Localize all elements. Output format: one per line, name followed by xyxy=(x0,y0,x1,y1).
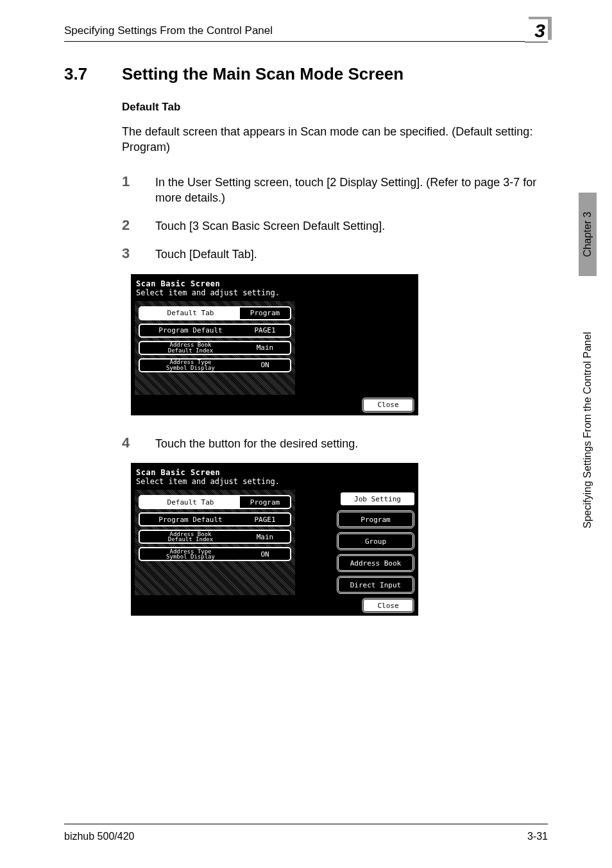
row-value: Program xyxy=(240,495,291,509)
row-label-line2: Default Index xyxy=(168,347,213,354)
row-label-line2: Default Index xyxy=(168,536,213,542)
device-screen-1: Scan Basic Screen Select item and adjust… xyxy=(131,274,418,415)
side-tab-section: Specifying Settings From the Control Pan… xyxy=(579,282,597,578)
row-label: Address Book Default Index xyxy=(139,341,242,355)
footer-right: 3-31 xyxy=(527,831,548,842)
row-address-type-symbol-display[interactable]: Address Type Symbol Display ON xyxy=(139,547,291,561)
section-heading: 3.7 Setting the Main Scan Mode Screen xyxy=(64,64,548,84)
row-label: Address Type Symbol Display xyxy=(139,547,242,561)
step-2: 2 Touch [3 Scan Basic Screen Default Set… xyxy=(122,217,548,234)
step-number: 2 xyxy=(122,217,139,234)
side-btn-address-book[interactable]: Address Book xyxy=(337,554,414,572)
row-label-line2: Symbol Display xyxy=(166,365,215,371)
row-address-book-default-index[interactable]: Address Book Default Index Main xyxy=(139,530,291,544)
step-text: Touch the button for the desired setting… xyxy=(155,436,358,451)
step-1: 1 In the User Setting screen, touch [2 D… xyxy=(122,173,548,206)
running-header-text: Specifying Settings From the Control Pan… xyxy=(64,24,273,37)
side-btn-group[interactable]: Group xyxy=(337,532,414,550)
row-value: Main xyxy=(240,530,291,544)
screen-body: Default Tab Program Program Default PAGE… xyxy=(135,301,414,395)
screen-left-column: Default Tab Program Program Default PAGE… xyxy=(135,490,295,595)
step-3: 3 Touch [Default Tab]. xyxy=(122,245,548,262)
screen-bottom-bar: Close xyxy=(135,395,414,413)
screen-subtitle: Select item and adjust setting. xyxy=(135,477,414,490)
row-value: Main xyxy=(240,341,291,355)
close-button[interactable]: Close xyxy=(362,598,414,613)
row-label: Default Tab xyxy=(139,306,242,320)
row-label: Program Default xyxy=(139,324,242,338)
side-group-label: Job Setting xyxy=(341,492,414,505)
screen-subtitle: Select item and adjust setting. xyxy=(135,288,414,301)
row-default-tab[interactable]: Default Tab Program xyxy=(139,495,291,509)
subsection-heading: Default Tab xyxy=(122,101,548,114)
screen-left-column: Default Tab Program Program Default PAGE… xyxy=(135,301,295,395)
row-address-type-symbol-display[interactable]: Address Type Symbol Display ON xyxy=(139,358,291,372)
screen-right-column: Job Setting Program Group Address Book D… xyxy=(302,490,414,595)
side-btn-program[interactable]: Program xyxy=(337,510,414,528)
device-screen-2: Scan Basic Screen Select item and adjust… xyxy=(131,463,418,616)
step-text: In the User Setting screen, touch [2 Dis… xyxy=(155,175,548,206)
footer-left: bizhub 500/420 xyxy=(64,831,134,842)
screen-title: Scan Basic Screen xyxy=(135,467,414,477)
side-tab-section-label: Specifying Settings From the Control Pan… xyxy=(582,332,593,528)
step-number: 3 xyxy=(122,245,139,262)
step-text: Touch [Default Tab]. xyxy=(155,247,257,262)
row-value: PAGE1 xyxy=(240,512,291,526)
screen-body: Default Tab Program Program Default PAGE… xyxy=(135,490,414,595)
page: Specifying Settings From the Control Pan… xyxy=(0,0,612,868)
row-program-default[interactable]: Program Default PAGE1 xyxy=(139,324,291,338)
content: 3.7 Setting the Main Scan Mode Screen De… xyxy=(64,64,548,635)
row-address-book-default-index[interactable]: Address Book Default Index Main xyxy=(139,341,291,355)
row-label-line2: Symbol Display xyxy=(166,553,215,560)
footer: bizhub 500/420 3-31 xyxy=(64,824,548,842)
step-4: 4 Touch the button for the desired setti… xyxy=(122,435,548,451)
step-number: 1 xyxy=(122,173,139,190)
chapter-number: 3 xyxy=(534,20,545,42)
row-program-default[interactable]: Program Default PAGE1 xyxy=(139,512,291,526)
section-title: Setting the Main Scan Mode Screen xyxy=(122,64,404,84)
step-number: 4 xyxy=(122,435,139,451)
screen-bottom-bar: Close xyxy=(135,595,414,613)
row-label: Address Book Default Index xyxy=(139,530,242,544)
row-value: ON xyxy=(240,547,291,561)
screen-title: Scan Basic Screen xyxy=(135,278,414,288)
row-value: PAGE1 xyxy=(240,324,291,338)
chapter-marker-front: 3 xyxy=(525,19,548,42)
row-value: Program xyxy=(240,306,291,320)
close-button[interactable]: Close xyxy=(362,397,414,413)
running-header: Specifying Settings From the Control Pan… xyxy=(64,24,548,42)
row-label: Program Default xyxy=(139,512,242,526)
chapter-marker: 3 xyxy=(529,17,556,44)
row-value: ON xyxy=(240,358,291,372)
row-label: Default Tab xyxy=(139,495,242,509)
side-tab-chapter-label: Chapter 3 xyxy=(582,212,593,257)
body-paragraph: The default screen that appears in Scan … xyxy=(122,124,548,155)
row-label: Address Type Symbol Display xyxy=(139,358,242,372)
side-tab-chapter: Chapter 3 xyxy=(579,193,597,276)
step-text: Touch [3 Scan Basic Screen Default Setti… xyxy=(155,218,385,234)
side-btn-direct-input[interactable]: Direct Input xyxy=(337,576,414,594)
section-number: 3.7 xyxy=(64,64,103,84)
row-default-tab[interactable]: Default Tab Program xyxy=(139,306,291,320)
